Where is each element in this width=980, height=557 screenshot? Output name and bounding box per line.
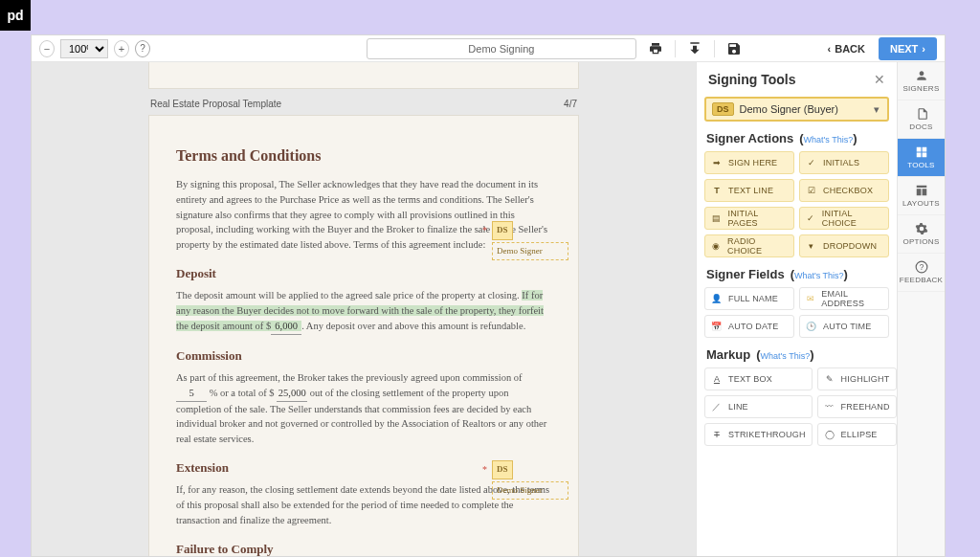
required-asterisk: *	[482, 223, 487, 237]
tool-radio-choice[interactable]: ◉RADIO CHOICE	[704, 234, 794, 257]
rail-signers[interactable]: SIGNERS	[898, 62, 945, 100]
freehand-icon: 〰	[824, 401, 835, 412]
rail-tools[interactable]: TOOLS	[898, 139, 945, 177]
section-signer-fields: Signer Fields (What's This?)	[697, 267, 897, 281]
tool-auto-time[interactable]: 🕒AUTO TIME	[799, 315, 889, 338]
whats-this-link[interactable]: What's This?	[761, 351, 811, 361]
tool-line[interactable]: ／LINE	[704, 395, 813, 418]
strikethrough-icon: T	[711, 429, 723, 440]
tool-email[interactable]: ✉EMAIL ADDRESS	[799, 287, 889, 310]
divider	[714, 40, 715, 57]
tool-auto-date[interactable]: 📅AUTO DATE	[704, 315, 794, 338]
calendar-icon: 📅	[711, 321, 723, 332]
signature-widget[interactable]: * DS Demo Signer	[492, 221, 568, 260]
tool-dropdown[interactable]: ▾DROPDOWN	[799, 234, 889, 257]
mail-icon: ✉	[806, 293, 815, 304]
highlighter-icon: ✎	[824, 373, 835, 385]
divider	[675, 40, 676, 57]
tool-sign-here[interactable]: ➡SIGN HERE	[704, 151, 794, 174]
text-icon: T	[711, 185, 723, 196]
panel-title: Signing Tools	[708, 72, 796, 87]
dropdown-icon: ▾	[806, 240, 817, 252]
next-label: NEXT	[890, 43, 918, 55]
signer-name: Demo Signer (Buyer)	[740, 103, 866, 115]
document-page: Terms and Conditions By signing this pro…	[148, 115, 579, 556]
commission-paragraph: As part of this agreement, the Broker ta…	[176, 370, 551, 447]
rail-options[interactable]: OPTIONS	[898, 215, 945, 254]
deposit-amount-field[interactable]: 6,000	[271, 319, 301, 335]
checkbox-icon: ☑	[806, 185, 817, 196]
signer-badge: DS	[712, 102, 734, 116]
back-label: BACK	[835, 43, 865, 55]
tool-strikethrough[interactable]: TSTRIKETHROUGH	[704, 423, 813, 446]
tool-initials[interactable]: ✓INITIALS	[799, 151, 889, 174]
logo: pd	[0, 0, 31, 31]
document-canvas[interactable]: Real Estate Proposal Template 4/7 Terms …	[32, 62, 696, 556]
radio-icon: ◉	[711, 240, 722, 252]
heading-failure: Failure to Comply	[176, 540, 551, 557]
document-title-input[interactable]	[367, 38, 636, 59]
tool-checkbox[interactable]: ☑CHECKBOX	[799, 179, 889, 202]
signer-badge: DS	[492, 221, 513, 240]
chevron-left-icon: ‹	[828, 43, 832, 55]
close-icon[interactable]: ✕	[874, 72, 885, 87]
check-icon: ✓	[806, 157, 817, 168]
right-rail: SIGNERS DOCS TOOLS LAYOUTS OPTIONS ? FEE…	[897, 62, 945, 556]
signature-widget[interactable]: * DS Demo Signer	[492, 460, 568, 500]
download-icon[interactable]	[687, 40, 702, 57]
section-markup: Markup (What's This?)	[697, 347, 897, 362]
whats-this-link[interactable]: What's This?	[794, 271, 844, 280]
chevron-right-icon: ›	[922, 43, 925, 55]
section-signer-actions: Signer Actions (What's This?)	[697, 131, 897, 145]
gear-icon	[915, 222, 928, 235]
tool-full-name[interactable]: 👤FULL NAME	[704, 287, 794, 310]
toolbar: − 100% + ? ‹ BACK NEXT ›	[32, 35, 945, 62]
chevron-down-icon: ▾	[866, 103, 887, 116]
rail-layouts[interactable]: LAYOUTS	[898, 177, 945, 215]
tool-initial-pages[interactable]: ▤INITIAL PAGES	[704, 207, 794, 230]
back-button[interactable]: ‹ BACK	[820, 43, 873, 55]
tool-initial-choice[interactable]: ✓INITIAL CHOICE	[799, 207, 889, 230]
previous-page-sliver	[148, 62, 579, 89]
tool-ellipse[interactable]: ◯ELLIPSE	[817, 423, 897, 446]
page-header: Real Estate Proposal Template 4/7	[148, 89, 579, 115]
heading-terms: Terms and Conditions	[176, 145, 551, 167]
save-icon[interactable]	[726, 40, 742, 57]
clock-icon: 🕒	[806, 321, 817, 332]
commission-total-field[interactable]: 25,000	[277, 386, 307, 402]
signer-badge: DS	[492, 460, 513, 479]
signer-select[interactable]: DS Demo Signer (Buyer) ▾	[704, 97, 889, 122]
tool-highlight[interactable]: ✎HIGHLIGHT	[817, 368, 897, 390]
commission-pct-field[interactable]: 5	[176, 386, 207, 402]
app-window: − 100% + ? ‹ BACK NEXT ›	[31, 34, 946, 557]
tool-text-line[interactable]: TTEXT LINE	[704, 179, 794, 202]
zoom-in-button[interactable]: +	[114, 40, 129, 57]
page-indicator: 4/7	[564, 99, 577, 109]
ellipse-icon: ◯	[824, 429, 835, 440]
whats-this-link[interactable]: What's This?	[804, 135, 854, 145]
signing-tools-panel: Signing Tools ✕ DS Demo Signer (Buyer) ▾…	[696, 62, 897, 556]
pages-icon: ▤	[711, 212, 722, 224]
check-icon: ✓	[806, 212, 816, 224]
rail-docs[interactable]: DOCS	[898, 100, 945, 139]
docs-icon	[915, 107, 928, 121]
person-icon	[915, 69, 928, 82]
help-icon[interactable]: ?	[135, 40, 150, 57]
zoom-select[interactable]: 100%	[60, 39, 108, 58]
deposit-paragraph: The deposit amount will be applied to th…	[176, 288, 551, 334]
tool-freehand[interactable]: 〰FREEHAND	[817, 395, 897, 418]
print-icon[interactable]	[648, 40, 663, 57]
layout-icon	[915, 184, 928, 197]
signer-label: Demo Signer	[492, 242, 568, 261]
heading-deposit: Deposit	[176, 264, 551, 283]
signer-label: Demo Signer	[492, 481, 568, 501]
tool-text-box[interactable]: ATEXT BOX	[704, 368, 813, 390]
rail-feedback[interactable]: ? FEEDBACK	[898, 254, 945, 292]
main-area: Real Estate Proposal Template 4/7 Terms …	[32, 62, 945, 556]
textbox-icon: A	[711, 373, 723, 385]
required-asterisk: *	[482, 462, 487, 477]
next-button[interactable]: NEXT ›	[879, 37, 937, 60]
zoom-out-button[interactable]: −	[39, 40, 55, 57]
heading-commission: Commission	[176, 346, 551, 366]
arrow-right-icon: ➡	[711, 157, 723, 168]
